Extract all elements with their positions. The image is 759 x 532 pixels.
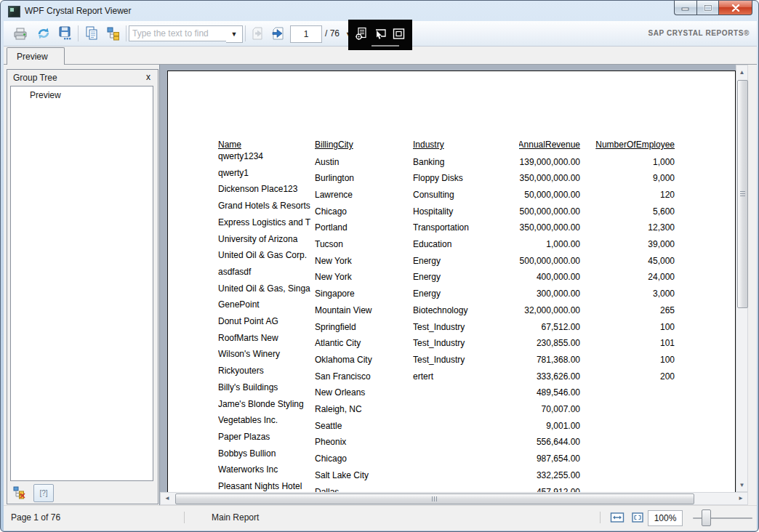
report-cell-name: Jame's Blonde Styling [218, 399, 315, 410]
current-page-input[interactable] [290, 25, 322, 43]
report-cell-name: qwerty1 [218, 168, 315, 179]
report-cell-name: Waterworks Inc [218, 464, 315, 475]
group-tree-list: Preview [10, 86, 153, 481]
report-name-label: Main Report [212, 512, 259, 523]
window-title: WPF Crystal Report Viewer [25, 6, 131, 16]
scroll-left-arrow[interactable]: ◄ [162, 493, 172, 504]
window-select-icon[interactable] [392, 27, 406, 44]
total-pages-label: / 76 [325, 28, 340, 39]
refresh-button[interactable] [34, 24, 53, 43]
fit-width-button[interactable] [609, 509, 626, 525]
report-cell-industry: Energy [413, 289, 509, 299]
report-cell-revenue: 333,626.00 [519, 371, 580, 382]
report-cell-city: Chicago [315, 206, 411, 217]
maximize-button[interactable] [696, 1, 718, 15]
search-dropdown-button[interactable]: ▼ [226, 25, 243, 43]
scroll-right-arrow[interactable]: ► [736, 493, 746, 504]
report-cell-employees: 3,000 [595, 289, 675, 299]
report-cell-industry: Biotechnology [413, 305, 509, 316]
report-cell-revenue: 139,000,000.00 [519, 157, 580, 168]
scroll-up-arrow[interactable]: ▲ [736, 67, 747, 77]
report-cell-city: Lawrence [315, 190, 411, 201]
title-bar: WPF Crystal Report Viewer [1, 1, 758, 21]
previous-page-button[interactable] [248, 24, 267, 43]
report-cell-employees: 265 [595, 305, 675, 316]
report-cell-revenue: 489,546.00 [519, 387, 580, 398]
report-cell-name: Vegetables Inc. [218, 415, 315, 426]
print-button[interactable] [11, 24, 30, 43]
report-cell-city: Seattle [315, 421, 411, 432]
report-cell-city: Oklahoma City [315, 355, 411, 366]
status-bar: Page 1 of 76 Main Report 100% [4, 505, 757, 531]
report-cell-name: RoofMarts New [218, 333, 315, 344]
horizontal-scrollbar[interactable]: ◄ ► [160, 492, 748, 505]
report-cell-revenue: 350,000,000.00 [519, 173, 580, 184]
document-target-icon[interactable] [355, 27, 369, 44]
report-cell-revenue: 300,000.00 [519, 289, 580, 299]
group-tree-title: Group Tree [13, 73, 57, 83]
report-cell-industry: Consulting [413, 190, 509, 201]
status-separator [600, 512, 601, 523]
fit-page-button[interactable] [629, 509, 646, 525]
report-cell-revenue: 1,000.00 [519, 239, 580, 250]
report-header-name: Name [218, 140, 315, 150]
export-button[interactable] [56, 24, 75, 43]
toggle-group-tree-button[interactable] [104, 24, 123, 43]
report-cell-employees: 12,300 [595, 222, 675, 233]
copy-button[interactable] [82, 24, 101, 43]
overlay-handle [372, 45, 399, 47]
tab-preview[interactable]: Preview [7, 47, 65, 65]
vertical-scroll-thumb[interactable] [737, 80, 748, 308]
parameter-panel-toggle-button[interactable]: [?] [33, 484, 54, 502]
vertical-scrollbar[interactable]: ▲ ▼ [736, 65, 748, 492]
report-header-industry: Industry [413, 140, 509, 150]
search-input[interactable] [129, 25, 230, 41]
report-cell-employees: 100 [595, 322, 675, 333]
report-cell-revenue: 350,000,000.00 [519, 222, 580, 233]
report-cell-city: Chicago [315, 454, 411, 464]
report-cell-city: Singapore [315, 289, 411, 299]
report-header-annualrevenue: AnnualRevenue [519, 140, 580, 150]
group-tree-toggle-button[interactable] [10, 485, 29, 501]
client-area: ▼ / 76 ▼ SAP CRYSTAL REPORTS® [4, 21, 757, 530]
toolbar-separator [126, 25, 126, 41]
report-viewer: Name BillingCity Industry AnnualRevenue … [159, 65, 747, 505]
report-cell-name: United Oil & Gas, Singa [218, 283, 315, 294]
group-tree-item-preview[interactable]: Preview [30, 90, 61, 100]
report-cell-city: Pheonix [315, 437, 411, 448]
report-cell-city: Springfield [315, 322, 411, 333]
next-page-button[interactable] [270, 24, 289, 43]
report-cell-city: San Francisco [315, 371, 411, 382]
report-cell-city: Dallas [315, 487, 411, 493]
report-cell-name: Paper Plazas [218, 432, 315, 443]
group-tree-close-button[interactable]: x [146, 72, 150, 82]
status-separator [184, 512, 185, 523]
scroll-down-arrow[interactable]: ▼ [736, 480, 747, 490]
report-cell-name: Grand Hotels & Resorts [218, 201, 315, 211]
region-select-icon[interactable] [373, 27, 387, 44]
capture-overlay [348, 20, 412, 50]
report-cell-industry: ertert [413, 371, 509, 382]
report-cell-employees: 9,000 [595, 173, 675, 184]
report-cell-employees: 1,000 [595, 157, 675, 168]
report-cell-employees: 100 [595, 355, 675, 366]
report-cell-name: Donut Point AG [218, 316, 315, 327]
zoom-value-box[interactable]: 100% [648, 510, 683, 526]
report-cell-employees: 39,000 [595, 239, 675, 250]
report-header-numberofemployee: NumberOfEmployee [595, 140, 675, 150]
report-cell-name: Rickyouters [218, 366, 315, 376]
horizontal-scroll-thumb[interactable] [175, 493, 694, 504]
report-cell-city: New York [315, 256, 411, 267]
zoom-slider-thumb[interactable] [702, 509, 711, 526]
report-cell-employees: 5,600 [595, 206, 675, 217]
report-cell-industry: Education [413, 239, 509, 250]
report-cell-city: Atlantic City [315, 338, 411, 349]
toolbar-separator [245, 25, 246, 41]
report-cell-name: Wilson's Winery [218, 349, 315, 360]
minimize-button[interactable] [674, 1, 696, 15]
report-cell-revenue: 781,368.00 [519, 355, 580, 366]
report-cell-employees: 200 [595, 371, 675, 382]
report-cell-city: Tucson [315, 239, 411, 250]
close-button[interactable] [718, 1, 752, 15]
report-cell-industry: Hospitality [413, 206, 509, 217]
